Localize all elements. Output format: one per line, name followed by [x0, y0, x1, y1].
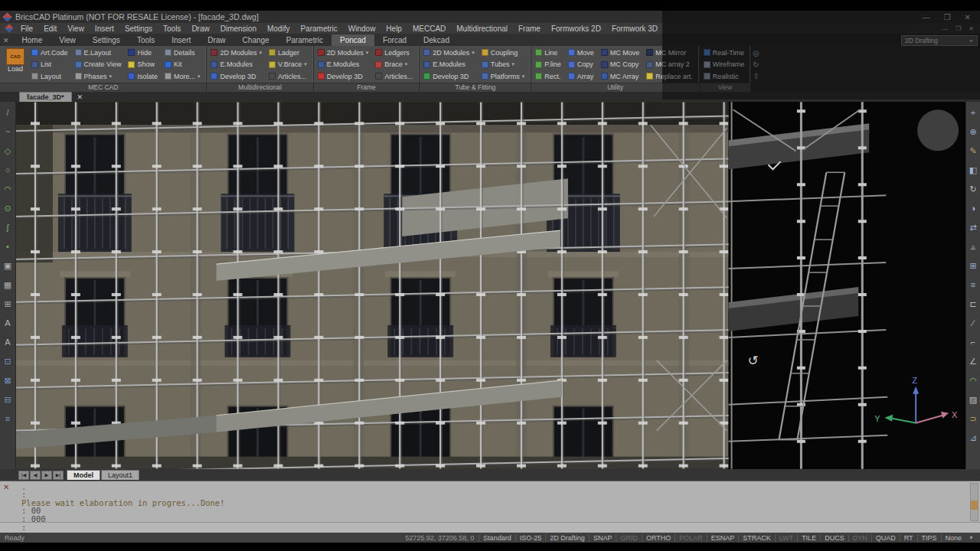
menu-item[interactable]: Modify — [262, 24, 295, 33]
explode-icon[interactable]: ⊿ — [969, 429, 976, 448]
menu-item[interactable]: View — [62, 24, 90, 33]
ribbon-button[interactable]: Phases ▾ — [73, 70, 126, 83]
ribbon-button[interactable]: Copy ▾ — [566, 59, 599, 71]
ribbon-button[interactable]: Details ▾ — [162, 47, 205, 59]
region-icon[interactable]: ▣ — [4, 256, 11, 276]
layout-nav-button[interactable]: ▶| — [53, 471, 64, 480]
status-toggle[interactable]: SNAP — [589, 534, 616, 542]
menu-item[interactable]: Formwork 3D — [606, 24, 663, 33]
draw-polyline-icon[interactable]: ~ — [5, 122, 10, 142]
ribbon-button[interactable]: MC array 2 ▾ — [644, 59, 697, 71]
menu-item[interactable]: Tools — [158, 24, 186, 33]
refresh-icon[interactable]: ↻ — [753, 60, 760, 70]
menu-item[interactable]: Edit — [38, 24, 62, 33]
ribbon-button[interactable]: E.Modules ▾ — [208, 59, 266, 71]
ribbon-button[interactable]: 2D Modules ▾ — [315, 47, 374, 59]
ribbon-button[interactable]: Create View ▾ — [73, 59, 126, 71]
ribbon-tab[interactable]: Insert — [163, 34, 199, 46]
ribbon-button[interactable]: Layout ▾ — [29, 70, 73, 83]
match-properties-icon[interactable]: ◧ — [969, 161, 977, 180]
flip-icon[interactable]: ⇄ — [969, 218, 976, 237]
app-menu-icon[interactable] — [5, 24, 13, 32]
ribbon-button[interactable]: Array ▾ — [566, 70, 599, 83]
ribbon-button[interactable]: Brace ▾ — [373, 59, 417, 71]
draw-spline-icon[interactable]: ʃ — [7, 218, 8, 237]
ribbon-tab[interactable]: Draw — [199, 34, 234, 46]
ribbon-tab[interactable]: Parametric — [278, 34, 332, 46]
menu-item[interactable]: File — [15, 24, 38, 33]
ribbon-button[interactable]: Move ▾ — [566, 47, 599, 59]
array-icon[interactable]: ⊞ — [969, 256, 976, 276]
ribbon-button[interactable]: Ledgers ▾ — [373, 47, 417, 59]
status-toggle[interactable]: DYN — [848, 534, 871, 542]
ribbon-button[interactable]: Realistic ▾ — [701, 70, 750, 83]
draw-arc-icon[interactable]: ◠ — [4, 180, 11, 199]
menu-item[interactable]: Window — [343, 24, 381, 33]
abc-check-icon[interactable]: ≡ — [5, 409, 10, 429]
ribbon-button[interactable]: Show ▾ — [126, 59, 162, 71]
menu-item[interactable]: Dimension — [215, 24, 262, 33]
status-toggle[interactable]: ISO-25 — [515, 534, 546, 542]
ribbon-button[interactable]: Rect. ▾ — [533, 70, 565, 83]
ribbon-tab[interactable]: View — [51, 34, 84, 46]
document-close-icon[interactable]: ✕ — [77, 93, 83, 102]
ribbon-button[interactable]: Articles... ▾ — [373, 70, 417, 83]
ribbon-button[interactable]: Wireframe ▾ — [701, 59, 750, 71]
layout-nav-button[interactable]: ◀ — [30, 471, 41, 480]
ribbon-button[interactable]: More... ▾ — [162, 70, 205, 83]
ribbon-button[interactable]: Tubes ▾ — [479, 59, 530, 71]
ribbon-button[interactable]: E.Layout ▾ — [73, 47, 126, 59]
ribbon-button[interactable]: P.line ▾ — [533, 59, 565, 71]
target-icon[interactable]: ◎ — [753, 48, 760, 58]
hatch-icon[interactable]: ▨ — [969, 390, 977, 409]
status-toggle[interactable]: STRACK — [738, 534, 775, 542]
layout-tab[interactable]: Model — [67, 470, 100, 480]
status-toggle[interactable]: Standard — [479, 534, 515, 542]
layout-tab[interactable]: Layout1 — [101, 470, 139, 480]
status-toggle[interactable]: TILE — [797, 534, 820, 542]
layout-nav-button[interactable]: ▶ — [41, 471, 52, 480]
draw-point-icon[interactable]: • — [6, 237, 9, 256]
ribbon-button[interactable]: Articles... ▾ — [266, 70, 312, 83]
status-toggle[interactable]: POLAR — [675, 534, 707, 542]
status-toggle[interactable]: QUAD — [871, 534, 900, 542]
draw-polygon-icon[interactable]: ◇ — [5, 142, 11, 161]
menu-item[interactable]: Help — [381, 24, 407, 33]
ribbon-tab[interactable]: Forcad — [374, 34, 415, 46]
menu-item[interactable]: MECCAD — [407, 24, 451, 33]
status-menu-caret[interactable]: ▼ — [965, 535, 980, 540]
menu-item[interactable]: Settings — [119, 24, 158, 33]
insert-block-icon[interactable]: ⊟ — [4, 390, 11, 409]
menu-item[interactable]: Draw — [186, 24, 214, 33]
draw-ellipse-icon[interactable]: ⊙ — [4, 199, 11, 218]
ribbon-button[interactable]: MC Mirror ▾ — [644, 47, 697, 59]
scrollbar-thumb[interactable] — [971, 500, 978, 510]
menu-item[interactable]: Insert — [90, 24, 119, 33]
text-style-icon[interactable]: A — [5, 333, 10, 352]
workspace-dropdown[interactable]: 2D Drafting ▼ — [901, 35, 978, 46]
status-toggle[interactable]: RT — [900, 534, 917, 542]
ribbon-tab[interactable]: Change — [234, 34, 278, 46]
model-viewport[interactable]: ↺ Z Y X — [16, 102, 965, 469]
ribbon-button[interactable]: Replace art. ▾ — [644, 70, 697, 83]
table-icon[interactable]: ⊞ — [4, 295, 11, 314]
offset-icon[interactable]: ≡ — [971, 276, 975, 295]
status-toggle[interactable]: LWT — [775, 534, 797, 542]
command-panel[interactable]: ✕ .:Please wait elaboration in progres..… — [0, 481, 980, 533]
ribbon-button[interactable]: Isolate ▾ — [126, 70, 162, 83]
ribbon-button[interactable]: Hide ▾ — [126, 47, 162, 59]
draw-line-icon[interactable]: / — [6, 103, 8, 122]
chamfer-icon[interactable]: ∠ — [969, 352, 977, 371]
minimize-button[interactable]: — — [923, 13, 930, 21]
rotate-icon[interactable]: ↻ — [969, 180, 976, 199]
ribbon-button[interactable]: E.Modules ▾ — [421, 59, 479, 71]
ribbon-button[interactable]: MC Move ▾ — [599, 47, 645, 59]
ribbon-tab[interactable]: Poncad — [332, 34, 374, 46]
ribbon-close-icon[interactable]: ✕ — [0, 37, 14, 46]
ribbon-button[interactable]: V.Brace ▾ — [266, 59, 312, 71]
document-tab[interactable]: facade_3D* — [19, 92, 72, 102]
ribbon-button[interactable]: E.Modules ▾ — [315, 59, 374, 71]
copy-block-icon[interactable]: ⊡ — [4, 352, 11, 371]
command-close-icon[interactable]: ✕ — [3, 483, 9, 491]
ribbon-button[interactable]: 2D Modules ▾ — [421, 47, 479, 59]
